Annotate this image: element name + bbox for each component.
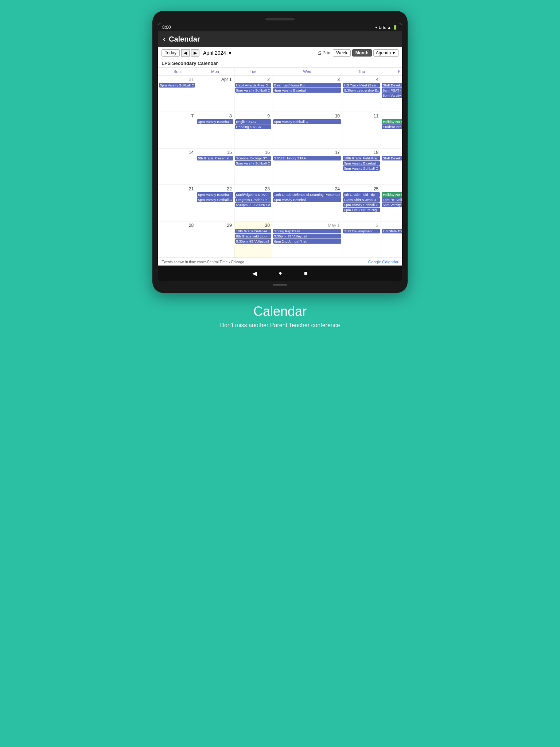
day-number: 30 <box>235 222 271 229</box>
event-chip[interactable]: 5pm Varsity Softball C <box>235 161 271 166</box>
event-chip[interactable]: Science/ Biology ST <box>235 156 271 160</box>
calendar-cell[interactable]: Apr 1 <box>196 76 234 112</box>
calendar-cell[interactable]: 155th Grade Presentat <box>196 148 234 185</box>
event-chip[interactable]: 5pm Varsity Softball C <box>197 197 233 202</box>
calendar-cell[interactable]: 3Dean List/Honor Ro4pm Varsity Baseball <box>272 76 342 112</box>
event-chip[interactable]: 5pm Varsity Softball C <box>273 119 341 124</box>
event-chip[interactable]: 5pm Varsity Softball C <box>343 166 380 171</box>
event-chip[interactable]: HS Track Meet (Sain <box>343 83 380 88</box>
calendar-cell[interactable]: May 1Spring Pep Rally5:30pm HS Volleybal… <box>272 221 342 258</box>
event-chip[interactable]: Class Shirt & Jean D <box>343 197 380 202</box>
event-chip[interactable]: 5:30pm 2025/2026 Sc <box>235 202 271 207</box>
event-chip[interactable]: 5pm Varsity Softball C <box>343 202 380 207</box>
google-calendar-logo: + Google Calendar <box>365 260 398 264</box>
calendar-cell[interactable]: 105pm Varsity Softball C <box>272 112 342 148</box>
event-chip[interactable]: 5th Grade Presentat <box>197 156 233 160</box>
calendar-cell[interactable]: 29 <box>196 221 234 258</box>
day-number: 24 <box>273 186 341 192</box>
calendar-cell[interactable]: 17SS/US History STAA <box>272 148 342 185</box>
home-nav-icon[interactable]: ● <box>279 270 282 277</box>
calendar-cell[interactable]: 14 <box>158 148 196 185</box>
event-chip[interactable]: 10th Grade Defense of Learning Presentat… <box>273 192 341 197</box>
event-chip[interactable]: Student Intervention <box>382 124 402 129</box>
day-number: 17 <box>273 149 341 156</box>
calendar-cell[interactable]: 26Holiday No School1pm HS Volleyball Op5… <box>381 185 402 221</box>
day-number: 16 <box>235 149 271 156</box>
event-chip[interactable]: English EOC <box>235 119 271 124</box>
event-chip[interactable]: 10th Grade Field Gra <box>343 156 380 160</box>
event-chip[interactable]: 5pm Varsity Softball C <box>159 83 195 88</box>
prev-button[interactable]: ◀ <box>181 49 190 57</box>
recent-nav-icon[interactable]: ■ <box>304 270 308 277</box>
calendar-cell[interactable]: 9English EOCReading STAAR <box>234 112 272 148</box>
event-chip[interactable]: 8th Grade field trip - <box>235 234 271 239</box>
calendar-cell[interactable]: 23Math/Algebra STAAProgress Grades Po5:3… <box>234 185 272 221</box>
home-indicator <box>273 284 287 286</box>
event-chip[interactable]: 4pm Varsity Baseball <box>273 88 341 93</box>
event-chip[interactable]: 9th Grade Field Trip <box>343 192 380 197</box>
calendar-cell[interactable]: 84pm Varsity Baseball <box>196 112 234 148</box>
agenda-view-button[interactable]: Agenda ▼ <box>373 49 398 57</box>
calendar-footer: Events shown in time zone: Central Time … <box>158 258 402 266</box>
promo-title: Calendar <box>220 304 340 319</box>
week-view-button[interactable]: Week <box>333 49 350 57</box>
calendar-cell[interactable]: 19Staff Development <box>381 148 402 185</box>
event-chip[interactable]: 10th Grade Defense <box>235 229 271 233</box>
calendar-cell[interactable]: 5Staff Development8am PSAT - 8th/9th Gr5… <box>381 76 402 112</box>
event-chip[interactable]: 5:30pm Leadership Ex <box>343 88 380 93</box>
event-chip[interactable]: 5pm Varsity Baseball <box>382 202 402 207</box>
event-chip[interactable]: HS State Track Meet <box>382 229 402 233</box>
event-chip[interactable]: 5pm Varsity Baseball <box>273 197 341 202</box>
calendar-cell[interactable]: 259th Grade Field TripClass Shirt & Jean… <box>342 185 381 221</box>
back-button[interactable]: ‹ <box>163 35 165 43</box>
event-chip[interactable]: 5pm Varsity Baseball <box>382 93 402 98</box>
calendar-cell[interactable]: 3010th Grade Defense8th Grade field trip… <box>234 221 272 258</box>
next-button[interactable]: ▶ <box>191 49 199 57</box>
event-chip[interactable]: 6pm 2nd Annual 'Insti <box>273 239 341 244</box>
event-chip[interactable]: 5:30pm HS Volleyball <box>235 239 271 244</box>
event-chip[interactable]: 8am PSAT - 8th/9th Gr <box>382 88 402 93</box>
calendar-cell[interactable]: 12Holiday No SchoolStudent Intervention <box>381 112 402 148</box>
calendar-cell[interactable]: 3HS State Track Meet <box>381 221 402 258</box>
event-chip[interactable]: Habit Awards Free D <box>235 83 271 88</box>
event-chip[interactable]: Reading STAAR <box>235 124 271 129</box>
calendar-cell[interactable]: 315pm Varsity Softball C <box>158 76 196 112</box>
event-chip[interactable]: Spring Pep Rally <box>273 229 341 233</box>
event-chip[interactable]: 5:30pm HS Volleyball <box>273 234 341 239</box>
event-chip[interactable]: Staff Development <box>382 83 402 88</box>
tablet-top-bar <box>158 18 402 20</box>
event-chip[interactable]: Math/Algebra STAA <box>235 192 271 197</box>
event-chip[interactable]: SS/US History STAA <box>273 156 341 160</box>
month-view-button[interactable]: Month <box>352 49 372 57</box>
event-chip[interactable]: Holiday No School <box>382 192 402 197</box>
event-chip[interactable]: 5pm Varsity Baseball <box>197 192 233 197</box>
calendar-cell[interactable]: 1810th Grade Field Gra5pm Varsity Baseba… <box>342 148 381 185</box>
tablet-speaker <box>265 18 295 20</box>
calendar-cell[interactable]: 225pm Varsity Baseball5pm Varsity Softba… <box>196 185 234 221</box>
today-button[interactable]: Today <box>162 49 180 57</box>
calendar-cell[interactable]: 28 <box>158 221 196 258</box>
calendar-cell[interactable]: 16Science/ Biology ST5pm Varsity Softbal… <box>234 148 272 185</box>
event-chip[interactable]: Staff Development <box>382 156 402 160</box>
event-chip[interactable]: 4pm Varsity Baseball <box>197 119 233 124</box>
event-chip[interactable]: Staff Development <box>343 229 380 233</box>
calendar-cell[interactable]: 21 <box>158 185 196 221</box>
day-header-thu: Thu <box>342 68 381 76</box>
calendar-cell[interactable]: 4HS Track Meet (Sain5:30pm Leadership Ex <box>342 76 381 112</box>
event-chip[interactable]: Holiday No School <box>382 119 402 124</box>
event-chip[interactable]: Dean List/Honor Ro <box>273 83 341 88</box>
calendar-cell[interactable]: 2Staff Development <box>342 221 381 258</box>
calendar-cell[interactable]: 7 <box>158 112 196 148</box>
back-nav-icon[interactable]: ◀ <box>252 270 257 277</box>
event-chip[interactable]: 6pm LPS Culture Nig <box>343 208 380 212</box>
toolbar-left: Today ◀ ▶ April 2024 ▼ <box>162 49 233 57</box>
event-chip[interactable]: 1pm HS Volleyball Op <box>382 197 402 202</box>
dropdown-icon[interactable]: ▼ <box>228 50 233 56</box>
calendar-cell[interactable]: 2Habit Awards Free D5pm Varsity Softball… <box>234 76 272 112</box>
calendar-cell[interactable]: 11 <box>342 112 381 148</box>
print-button[interactable]: 🖨 Print <box>317 50 332 55</box>
event-chip[interactable]: Progress Grades Po <box>235 197 271 202</box>
event-chip[interactable]: 5pm Varsity Softball C <box>235 88 271 93</box>
event-chip[interactable]: 5pm Varsity Baseball <box>343 161 380 166</box>
calendar-cell[interactable]: 2410th Grade Defense of Learning Present… <box>272 185 342 221</box>
